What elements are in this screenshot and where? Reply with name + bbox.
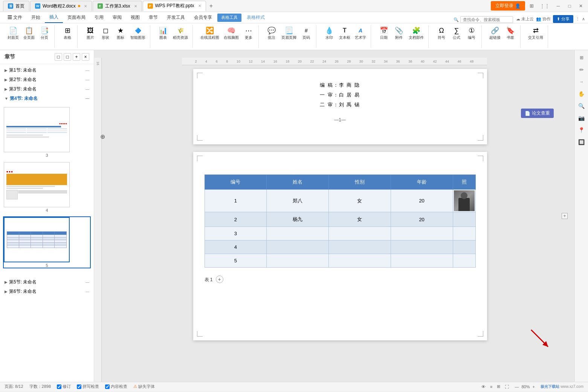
right-tool-pen[interactable]: ✏	[577, 65, 586, 74]
right-tool-hand[interactable]: ✋	[577, 89, 586, 98]
add-tab-button[interactable]: +	[207, 2, 216, 11]
tab-view[interactable]: 视图	[126, 12, 144, 23]
right-tool-search[interactable]: 🔍	[577, 101, 586, 110]
mindmap-btn[interactable]: 🧠 在线脑图	[222, 25, 240, 41]
comment-btn[interactable]: 💬 批注	[265, 25, 278, 41]
bookmark-btn[interactable]: 🔖 书签	[504, 25, 517, 41]
date-btn[interactable]: 📅 日期	[377, 25, 391, 41]
chapter-item-5[interactable]: ▶ 第5节: 未命名 —	[0, 277, 94, 287]
tab-developer[interactable]: 开发工具	[162, 12, 189, 23]
tab-excel[interactable]: E 工作第3.xlsx ✕	[93, 1, 142, 11]
spell-check-checkbox[interactable]	[77, 384, 81, 389]
thumbnail-3-num: 3	[4, 153, 90, 158]
right-tool-layout[interactable]: ⊞	[577, 53, 586, 62]
right-tool-pin[interactable]: 📍	[577, 126, 586, 135]
chapter-item-3[interactable]: ▶ 第3节: 未命名 —	[0, 84, 94, 94]
tab-member[interactable]: 会员专享	[189, 12, 217, 23]
more-insert-btn[interactable]: ⋯ 更多	[242, 25, 255, 41]
sidebar-close[interactable]: ×	[82, 53, 89, 61]
thumbnail-page-4[interactable]: ■ ■ ■	[3, 161, 91, 213]
zoom-minus[interactable]: —	[513, 384, 520, 389]
attachment-btn[interactable]: 📎 附件	[392, 25, 406, 41]
icon-btn[interactable]: ★ 图标	[114, 25, 127, 41]
sidebar-action-2[interactable]: □	[64, 53, 71, 61]
excel-icon: E	[98, 3, 103, 9]
view-icon-2[interactable]: ≡	[490, 384, 492, 389]
table-btn[interactable]: ⊞ 表格	[61, 25, 74, 41]
resource-btn[interactable]: 🌾 稻壳资源	[171, 25, 189, 41]
tab-excel-close[interactable]: ✕	[134, 4, 137, 8]
tab-home[interactable]: 开始	[27, 12, 45, 23]
table-add-row-btn[interactable]: +	[216, 276, 223, 283]
chapter-item-6[interactable]: ▶ 第6节: 未命名 —	[0, 287, 94, 296]
right-tool-grid[interactable]: 🔲	[577, 138, 586, 147]
tab-word-close[interactable]: ✕	[84, 4, 87, 8]
picture-btn[interactable]: 🖼 图片	[84, 25, 97, 41]
maximize-button[interactable]: □	[565, 2, 574, 10]
mindmap-icon: 🧠	[227, 26, 236, 35]
paper-check-tooltip[interactable]: 📄 论文查重	[521, 109, 554, 118]
hyperlink-btn[interactable]: 🔗 超链接	[488, 25, 502, 41]
page-info: 页面: 8/12	[5, 384, 23, 389]
tab-reference[interactable]: 引用	[90, 12, 108, 23]
col-header-gender: 性别	[329, 175, 391, 190]
doc-parts-btn[interactable]: 🧩 文档部件	[407, 25, 425, 41]
sidebar-action-add[interactable]: +	[73, 53, 80, 61]
tab-ppt[interactable]: P WPS PPT教程.pptx ✕	[143, 1, 206, 11]
flowchart-btn[interactable]: 🔀 在线流程图	[199, 25, 221, 41]
formula-btn[interactable]: ∑ 公式	[450, 25, 463, 41]
right-tool-camera[interactable]: 📷	[577, 113, 586, 122]
header-footer-btn[interactable]: 📃 页眉页脚	[280, 25, 298, 41]
tab-chapter[interactable]: 章节	[144, 12, 162, 23]
ribbon-search-input[interactable]	[460, 16, 513, 23]
minimize-button[interactable]: ─	[554, 2, 562, 10]
collab-btn[interactable]: 👥 协作	[536, 16, 551, 22]
tab-layout[interactable]: 页面布局	[63, 12, 90, 23]
view-icon-1[interactable]: 👁	[481, 384, 486, 389]
cover-page-btn[interactable]: 📄 封面页	[6, 25, 20, 41]
scroll-plus-btn[interactable]: +	[562, 213, 568, 219]
tab-insert[interactable]: 插入	[45, 12, 63, 23]
content-check-checkbox[interactable]	[105, 384, 110, 389]
crossref-btn[interactable]: ⇄ 交叉引用	[527, 25, 545, 41]
full-page-btn[interactable]: 📋 全页面	[22, 25, 36, 41]
icon-label: 图标	[117, 35, 124, 40]
cloud-btn[interactable]: ☁ 未上云	[516, 16, 534, 22]
table-row-1: 1 郑八 女 20	[205, 190, 475, 212]
page-num-btn[interactable]: # 页码	[299, 25, 313, 41]
chapter-item-4[interactable]: ▼ 第4节: 未命名 —	[0, 94, 94, 103]
more-btn[interactable]: ⋮	[576, 17, 580, 21]
view-icon-3[interactable]: ⊞	[497, 384, 500, 389]
tab-ppt-close[interactable]: ✕	[198, 4, 201, 8]
page-break-btn[interactable]: 📑 分页	[38, 25, 51, 41]
textbox-btn[interactable]: T 文本框	[338, 25, 352, 41]
chart-btn[interactable]: 📊 图表	[156, 25, 170, 41]
close-button[interactable]: ✕	[577, 2, 585, 10]
login-button[interactable]: 立即登录 👤	[491, 1, 525, 11]
tab-table-style[interactable]: 表格样式	[242, 12, 269, 23]
thumbnail-page-3[interactable]: ●●●●●	[3, 106, 91, 158]
chapter-item-1[interactable]: ▶ 第1节: 未命名 —	[0, 66, 94, 75]
watermark-btn[interactable]: 💧 水印	[322, 25, 336, 41]
revision-checkbox[interactable]	[57, 384, 61, 389]
zoom-plus[interactable]: +	[531, 384, 536, 389]
sidebar-action-1[interactable]: □	[55, 53, 62, 61]
tab-word[interactable]: W Word教程2.docx ✕	[30, 1, 92, 11]
tab-home[interactable]: 首 首页	[3, 1, 29, 11]
right-tool-arrow[interactable]: →	[577, 77, 586, 86]
shape-btn[interactable]: ◻ 形状	[99, 25, 112, 41]
tab-review[interactable]: 审阅	[108, 12, 126, 23]
symbol-btn[interactable]: Ω 符号	[435, 25, 448, 41]
tab-table-tool[interactable]: 表格工具	[217, 14, 241, 22]
collapse-btn[interactable]: ∧	[582, 17, 585, 21]
art-text-btn[interactable]: A 艺术字	[353, 25, 368, 41]
numbering-btn[interactable]: ① 编号	[465, 25, 478, 41]
thumbnail-page-5[interactable]: 5	[3, 216, 91, 268]
tab-file[interactable]: ☰ 文件	[3, 12, 27, 23]
smart-art-btn[interactable]: 🔷 智能图形	[129, 25, 147, 41]
view-icon-4[interactable]: ⛶	[505, 384, 509, 389]
bookmark-label: 书签	[507, 35, 514, 40]
move-cursor[interactable]: ⊕	[100, 133, 105, 140]
chapter-item-2[interactable]: ▶ 第2节: 未命名 —	[0, 75, 94, 84]
share-btn[interactable]: ⬆ 分享	[553, 15, 573, 23]
